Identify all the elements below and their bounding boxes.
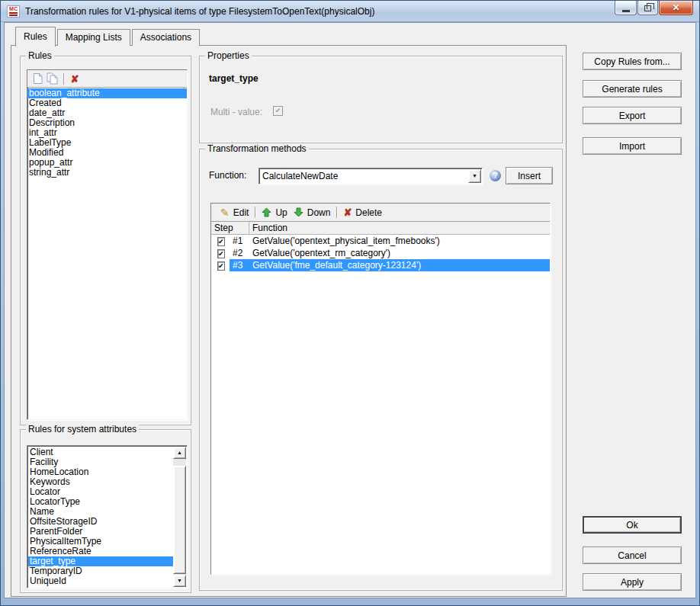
scroll-down-icon: ▼	[177, 578, 182, 583]
delete-step-button[interactable]: ✘ Delete	[340, 207, 385, 218]
copy-rules-from-button[interactable]: Copy Rules from...	[583, 53, 682, 70]
tabpage-rules: Rules	[11, 45, 567, 597]
rules-item-label: int_attr	[29, 127, 57, 138]
step-row-content: #3 GetValue('fme_default_category-123124…	[230, 259, 550, 271]
copy-rule-button[interactable]	[45, 72, 60, 85]
tab-rules-label: Rules	[24, 31, 47, 42]
edit-label: Edit	[233, 207, 249, 218]
system-attribute-label: ReferenceRate	[30, 546, 92, 556]
dialog-client-area: Rules Mapping Lists Associations Rules	[4, 22, 696, 598]
system-attribute-label: PhysicalItemType	[30, 536, 101, 547]
down-label: Down	[307, 207, 331, 218]
restore-button[interactable]	[637, 1, 658, 15]
function-combobox-value: CalculateNewDate	[262, 171, 467, 181]
delete-rule-button[interactable]: ✘	[67, 72, 82, 85]
window-title: Transformation rules for V1-physical ite…	[25, 6, 374, 17]
pencil-icon: ✎	[220, 207, 230, 218]
cancel-label: Cancel	[618, 550, 646, 561]
transformation-methods-groupbox: Transformation methods Function: Calcula…	[199, 149, 563, 591]
close-icon: ✕	[672, 2, 679, 13]
column-header-step[interactable]: Step	[211, 222, 249, 234]
tab-associations[interactable]: Associations	[132, 29, 200, 46]
ok-button[interactable]: Ok	[583, 516, 682, 534]
table-row[interactable]: ✔ #2 GetValue('opentext_rm_category')	[211, 247, 550, 259]
rules-item-label: boolean_attribute	[29, 88, 100, 98]
generate-rules-label: Generate rules	[602, 84, 662, 95]
system-attribute-label: OffsiteStorageID	[30, 516, 98, 527]
system-attribute-label: UniqueId	[30, 576, 66, 586]
close-button[interactable]: ✕	[659, 1, 693, 15]
toolbar-separator	[255, 207, 255, 218]
minimize-button[interactable]	[615, 1, 637, 15]
cancel-button[interactable]: Cancel	[583, 547, 682, 564]
step-checkbox-cell: ✔	[211, 236, 230, 246]
step-function: GetValue('fme_default_category-123124')	[252, 260, 550, 271]
apply-label: Apply	[621, 577, 644, 588]
system-attribute-label: Locator	[30, 486, 60, 497]
chevron-down-icon: ▼	[472, 173, 477, 178]
step-checkbox[interactable]: ✔	[217, 249, 225, 258]
tab-associations-label: Associations	[140, 32, 191, 43]
table-row[interactable]: ✔ #3 GetValue('fme_default_category-1231…	[211, 259, 550, 271]
copy-page-icon	[46, 72, 59, 85]
scrollbar-thumb[interactable]	[173, 466, 186, 574]
delete-label: Delete	[355, 207, 382, 218]
tab-rules[interactable]: Rules	[15, 27, 56, 46]
generate-rules-button[interactable]: Generate rules	[583, 80, 682, 98]
edit-step-button[interactable]: ✎ Edit	[217, 207, 252, 218]
system-attributes-title: Rules for system attributes	[26, 424, 139, 434]
tab-mapping-lists-label: Mapping Lists	[66, 32, 122, 43]
toolbar-separator	[336, 207, 337, 218]
tab-mapping-lists[interactable]: Mapping Lists	[57, 29, 130, 46]
system-attributes-items: Client Facility HomeLocation Keywords Lo…	[28, 447, 173, 587]
rules-list-item[interactable]: string_attr	[27, 168, 187, 178]
step-checkbox-cell: ✔	[211, 248, 230, 258]
rules-item-label: popup_attr	[29, 157, 72, 168]
function-combobox[interactable]: CalculateNewDate ▼	[258, 168, 483, 184]
step-checkbox[interactable]: ✔	[217, 261, 225, 271]
minimize-icon	[622, 10, 630, 12]
system-attribute-label: Facility	[30, 457, 58, 467]
system-attribute-label: target_type	[30, 556, 75, 566]
system-attribute-label: Client	[30, 447, 53, 457]
system-attribute-item[interactable]: UniqueId	[28, 576, 173, 586]
rules-list-control: ✘ boolean_attribute Created date_attr De…	[27, 69, 188, 420]
step-checkbox[interactable]: ✔	[217, 237, 225, 246]
table-row[interactable]: ✔ #1 GetValue('opentext_physical_item_fm…	[211, 235, 550, 247]
rules-item-label: Description	[29, 117, 75, 128]
move-down-button[interactable]: Down	[291, 207, 334, 218]
check-icon: ✔	[218, 250, 224, 258]
step-row-content: #1 GetValue('opentext_physical_item_fmeb…	[230, 235, 550, 247]
steps-table-rows: ✔ #1 GetValue('opentext_physical_item_fm…	[211, 235, 550, 574]
export-button[interactable]: Export	[583, 107, 682, 124]
apply-button[interactable]: Apply	[583, 573, 682, 591]
system-attribute-label: TemporaryID	[30, 566, 82, 576]
scroll-down-button[interactable]: ▼	[173, 575, 186, 587]
step-function: GetValue('opentext_physical_item_fmebook…	[252, 236, 550, 246]
tabstrip: Rules Mapping Lists Associations	[15, 25, 201, 46]
transformation-steps-table: ✎ Edit Up	[210, 203, 551, 575]
transformation-methods-title: Transformation methods	[205, 143, 309, 154]
rules-groupbox: Rules	[20, 56, 191, 425]
new-rule-button[interactable]	[30, 72, 45, 85]
titlebar[interactable]: MC Transformation rules for V1-physical …	[1, 1, 699, 22]
new-page-icon	[32, 72, 43, 85]
app-icon-text: MC	[9, 6, 18, 11]
combobox-dropdown-button[interactable]: ▼	[468, 169, 481, 183]
step-number: #2	[230, 248, 252, 258]
import-button[interactable]: Import	[583, 137, 682, 155]
insert-button[interactable]: Insert	[506, 167, 553, 184]
toolbar-separator	[63, 73, 64, 85]
move-up-button[interactable]: Up	[258, 207, 290, 218]
function-label: Function:	[209, 170, 246, 181]
scroll-up-button[interactable]: ▲	[173, 447, 186, 459]
check-icon: ✔	[275, 107, 281, 114]
vertical-scrollbar[interactable]: ▲ ▼	[173, 447, 186, 587]
help-icon[interactable]: ?	[490, 170, 501, 181]
delete-step-icon: ✘	[343, 207, 352, 217]
rules-list: boolean_attribute Created date_attr Desc…	[27, 88, 187, 419]
column-header-function[interactable]: Function	[249, 222, 550, 234]
step-checkbox-cell: ✔	[211, 260, 230, 271]
insert-button-label: Insert	[518, 171, 541, 181]
system-attribute-label: LocatorType	[30, 496, 80, 507]
